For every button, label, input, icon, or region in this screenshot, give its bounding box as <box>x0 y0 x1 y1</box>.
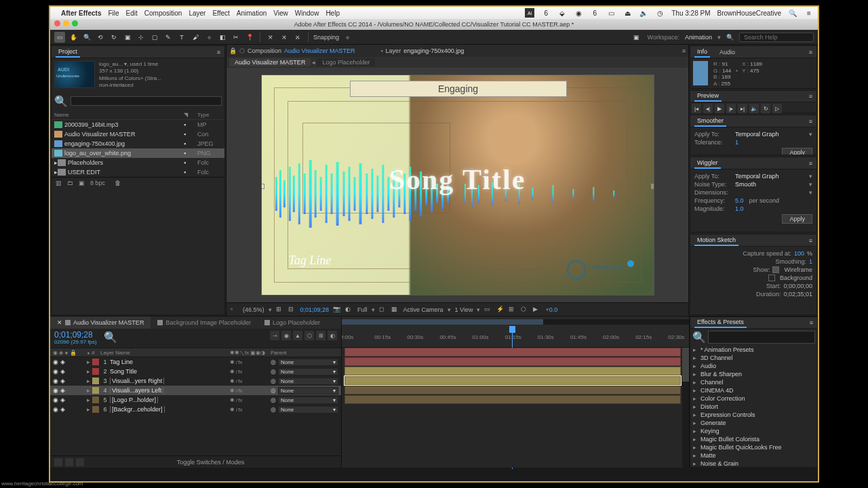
timeline-layer-row[interactable]: ◉◈▸5[Logo P...holder]✱/fx◎None▾ <box>50 395 341 405</box>
ms-wireframe-check[interactable] <box>772 266 779 273</box>
effects-category[interactable]: ▸* Animation Presets <box>693 346 814 354</box>
wiggler-magnitude[interactable]: 1.0 <box>735 205 744 212</box>
notification-icon[interactable]: ≡ <box>804 8 814 18</box>
info-menu-icon[interactable]: ≡ <box>809 49 812 56</box>
motion-sketch-tab[interactable]: Motion Sketch <box>694 235 738 246</box>
channel-icon[interactable]: ◐ <box>345 306 353 314</box>
new-comp-icon[interactable]: ▣ <box>79 180 85 186</box>
track-2[interactable] <box>344 357 681 366</box>
workspace-chevron-icon[interactable]: ▾ <box>717 34 721 41</box>
render-icon[interactable]: ▶ <box>533 306 541 314</box>
menu-animation[interactable]: Animation <box>237 9 267 17</box>
timeline-layer-row[interactable]: ◉◈▸3Visuali...yers Right✱/fx◎None▾ <box>50 376 341 386</box>
preview-tab[interactable]: Preview <box>694 91 722 102</box>
tl-icon-1[interactable]: ⊸ <box>270 331 279 340</box>
volume-icon[interactable]: 🔈 <box>639 8 648 18</box>
timeline-navigator[interactable] <box>342 319 543 325</box>
tl-icon-6[interactable]: ◐ <box>328 331 337 340</box>
timeline-layer-row[interactable]: ◉◈▸2Song Title✱/fx◎None▾ <box>50 367 341 376</box>
minimize-icon[interactable] <box>63 20 69 26</box>
ram-preview-icon[interactable]: ▷ <box>772 104 782 113</box>
close-icon[interactable] <box>54 20 60 26</box>
loop-icon[interactable]: ↻ <box>761 104 770 113</box>
fast-preview-icon[interactable]: ⚡ <box>496 306 505 314</box>
effects-category[interactable]: ▸CINEMA 4D <box>693 386 814 394</box>
project-search-input[interactable] <box>71 96 222 106</box>
effects-category[interactable]: ▸Matte <box>693 451 814 460</box>
effects-category[interactable]: ▸Channel <box>693 378 814 386</box>
wiggler-menu-icon[interactable]: ≡ <box>809 160 812 167</box>
track-6[interactable] <box>344 395 681 404</box>
project-item[interactable]: ▸Placeholders▪Folc <box>52 158 224 167</box>
ms-smoothing[interactable]: 1 <box>809 258 812 265</box>
track-5[interactable] <box>344 386 681 394</box>
effects-category[interactable]: ▸Blur & Sharpen <box>693 370 814 378</box>
comp-subtab-logo[interactable]: Logo Placeholder <box>317 58 375 66</box>
menu-help[interactable]: Help <box>326 9 340 17</box>
effects-presets-tab[interactable]: Effects & Presets <box>694 317 747 328</box>
tl-foot-icon-1[interactable] <box>54 458 62 466</box>
dropbox-icon[interactable]: ⬙ <box>557 8 567 18</box>
display-icon[interactable]: ▭ <box>606 8 616 18</box>
folder-icon[interactable]: 🗀 <box>67 180 73 186</box>
tl-icon-5[interactable]: ⊞ <box>316 331 326 340</box>
tl-icon-2[interactable]: ◉ <box>281 331 291 340</box>
ep-menu-icon[interactable]: ≡ <box>810 319 813 326</box>
menu-file[interactable]: File <box>108 9 119 17</box>
pen-tool-icon[interactable]: ✎ <box>163 32 174 43</box>
wiggler-noise-type[interactable]: Smooth <box>735 181 756 188</box>
project-tab[interactable]: Project <box>56 47 80 58</box>
track-3[interactable] <box>344 367 681 375</box>
hand-tool-icon[interactable]: ✋ <box>68 32 79 43</box>
adobe-ai-icon[interactable]: Ai <box>525 8 534 18</box>
menu-window[interactable]: Window <box>295 9 319 17</box>
menu-app[interactable]: After Effects <box>61 9 101 17</box>
snapping-toggle-icon[interactable]: ⟐ <box>342 32 353 43</box>
tl-icon-3[interactable]: ▲ <box>293 331 302 340</box>
panel-menu-icon[interactable]: ≡ <box>217 49 220 56</box>
play-icon[interactable]: ▶ <box>715 104 724 113</box>
timeline-timecode[interactable]: 0;01;09;28 <box>54 331 97 339</box>
interpret-icon[interactable]: ▥ <box>56 180 62 186</box>
effects-category[interactable]: ▸Expression Controls <box>693 411 814 419</box>
preview-menu-icon[interactable]: ≡ <box>809 93 812 100</box>
roto-tool-icon[interactable]: ✂ <box>231 32 241 43</box>
first-frame-icon[interactable]: |◂ <box>692 104 701 113</box>
res-icon[interactable]: ⊞ <box>276 306 284 314</box>
next-frame-icon[interactable]: |▸ <box>726 104 736 113</box>
info-tab[interactable]: Info <box>694 47 710 58</box>
timeline-icon[interactable]: ⊞ <box>509 306 517 314</box>
ms-background-check[interactable] <box>768 274 775 281</box>
tl-search-icon[interactable]: 🔍 <box>104 331 117 344</box>
selection-tool-icon[interactable]: ▭ <box>54 32 65 43</box>
zoom-icon[interactable] <box>72 20 78 26</box>
track-1[interactable] <box>344 348 681 357</box>
grid-icon[interactable]: ⊟ <box>288 306 296 314</box>
effects-category[interactable]: ▸Color Correction <box>693 394 814 403</box>
rotate-tool-icon[interactable]: ↻ <box>108 32 119 43</box>
comp-flow-icon[interactable]: ⬡ <box>521 306 529 314</box>
menu-edit[interactable]: Edit <box>126 9 138 17</box>
effects-category[interactable]: ▸Generate <box>693 419 814 427</box>
window-controls[interactable] <box>54 20 78 26</box>
ep-search-input[interactable] <box>708 331 815 344</box>
timeline-ruler[interactable]: f:00s00:15s00:30s00:45s01:00s01:15s01:30… <box>342 317 689 348</box>
camera-dropdown[interactable]: Active Camera <box>403 306 443 313</box>
camera-tool-icon[interactable]: ▣ <box>122 32 133 43</box>
cc-icon[interactable]: ◉ <box>574 8 583 18</box>
puppet-tool-icon[interactable]: 📍 <box>244 32 255 43</box>
comp-subtab-master[interactable]: Audio Visualizer MASTER <box>229 58 311 66</box>
workspace-dropdown[interactable]: Animation <box>685 34 712 41</box>
timeline-layer-row[interactable]: ◉◈▸6[Backgr...ceholder]✱/fx◎None▾ <box>50 405 341 414</box>
toggle-switches-button[interactable]: Toggle Switches / Modes <box>177 459 245 466</box>
zoom-dropdown[interactable]: (46.5%) <box>243 306 264 313</box>
comp-crumb[interactable]: Audio Visualizer MASTER <box>284 47 355 54</box>
menu-composition[interactable]: Composition <box>144 9 182 17</box>
bpc-label[interactable]: 8 bpc <box>90 180 105 186</box>
magnify-icon[interactable]: ▫ <box>231 306 239 314</box>
views-dropdown[interactable]: 1 View <box>455 306 473 313</box>
effects-category[interactable]: ▸Noise & Grain <box>693 460 814 468</box>
clone-tool-icon[interactable]: ⟐ <box>203 32 214 43</box>
track-4[interactable] <box>344 376 681 385</box>
brush-tool-icon[interactable]: 🖌 <box>190 32 201 43</box>
